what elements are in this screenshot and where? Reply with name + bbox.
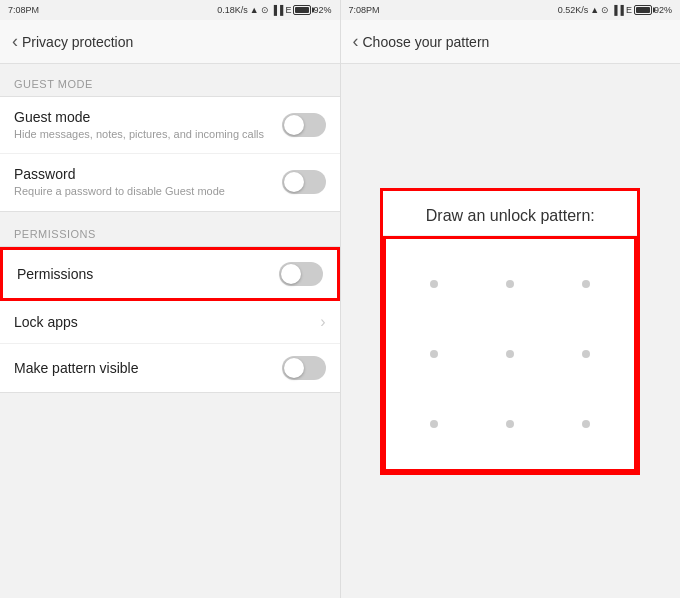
right-time: 7:08PM: [349, 5, 380, 15]
right-wifi-icon: ⊙: [601, 5, 609, 15]
left-time: 7:08PM: [8, 5, 39, 15]
left-content: GUEST MODE Guest mode Hide messages, not…: [0, 64, 340, 598]
left-status-icons: 0.18K/s ▲ ⊙ ▐▐ E 92%: [217, 5, 331, 15]
permissions-section-label: PERMISSIONS: [0, 214, 340, 246]
app-layout: 7:08PM 0.18K/s ▲ ⊙ ▐▐ E 92% 7:08PM 0.52K…: [0, 0, 680, 598]
right-bars-icon: ▐▐: [611, 5, 624, 15]
pattern-dot-3: [582, 280, 590, 288]
left-speed: 0.18K/s: [217, 5, 248, 15]
pattern-cell-2[interactable]: [472, 249, 548, 319]
permissions-toggle[interactable]: [279, 262, 323, 286]
permissions-item[interactable]: Permissions: [0, 247, 340, 301]
pattern-cell-9[interactable]: [548, 389, 624, 459]
right-status-bar: 7:08PM 0.52K/s ▲ ⊙ ▐▐ E 92%: [341, 0, 681, 20]
left-bars-icon: ▐▐: [271, 5, 284, 15]
lock-apps-text: Lock apps: [14, 314, 320, 330]
pattern-dot-5: [506, 350, 514, 358]
guest-mode-toggle-knob: [284, 115, 304, 135]
panels-wrapper: ‹ Privacy protection GUEST MODE Guest mo…: [0, 20, 680, 598]
make-pattern-toggle[interactable]: [282, 356, 326, 380]
guest-mode-desc: Hide messages, notes, pictures, and inco…: [14, 127, 282, 141]
permissions-title: Permissions: [17, 266, 279, 282]
password-desc: Require a password to disable Guest mode: [14, 184, 282, 198]
make-pattern-text: Make pattern visible: [14, 360, 282, 376]
pattern-cell-3[interactable]: [548, 249, 624, 319]
guest-mode-title: Guest mode: [14, 109, 282, 125]
pattern-dot-7: [430, 420, 438, 428]
guest-mode-item[interactable]: Guest mode Hide messages, notes, picture…: [0, 97, 340, 154]
left-back-arrow-icon: ‹: [12, 31, 18, 52]
left-wifi-icon: ⊙: [261, 5, 269, 15]
right-back-arrow-icon: ‹: [353, 31, 359, 52]
right-back-button[interactable]: ‹ Choose your pattern: [353, 31, 490, 52]
pattern-content: Draw an unlock pattern:: [341, 64, 681, 598]
left-e-icon: E: [285, 5, 291, 15]
lock-apps-chevron-icon: ›: [320, 313, 325, 331]
left-back-button[interactable]: ‹ Privacy protection: [12, 31, 133, 52]
pattern-grid: [396, 249, 624, 459]
guest-mode-toggle[interactable]: [282, 113, 326, 137]
left-header: ‹ Privacy protection: [0, 20, 340, 64]
right-speed: 0.52K/s: [558, 5, 589, 15]
right-header: ‹ Choose your pattern: [341, 20, 681, 64]
left-signal-icon: ▲: [250, 5, 259, 15]
pattern-dot-2: [506, 280, 514, 288]
pattern-dot-8: [506, 420, 514, 428]
make-pattern-item[interactable]: Make pattern visible: [0, 344, 340, 392]
status-bar-row: 7:08PM 0.18K/s ▲ ⊙ ▐▐ E 92% 7:08PM 0.52K…: [0, 0, 680, 20]
pattern-cell-1[interactable]: [396, 249, 472, 319]
password-toggle[interactable]: [282, 170, 326, 194]
pattern-dot-1: [430, 280, 438, 288]
lock-apps-item[interactable]: Lock apps ›: [0, 301, 340, 344]
pattern-dot-6: [582, 350, 590, 358]
pattern-cell-8[interactable]: [472, 389, 548, 459]
lock-apps-title: Lock apps: [14, 314, 320, 330]
pattern-dot-9: [582, 420, 590, 428]
right-status-icons: 0.52K/s ▲ ⊙ ▐▐ E 92%: [558, 5, 672, 15]
guest-mode-section-label: GUEST MODE: [0, 64, 340, 96]
password-title: Password: [14, 166, 282, 182]
left-battery-icon: [293, 5, 311, 15]
permissions-text: Permissions: [17, 266, 279, 282]
left-panel: ‹ Privacy protection GUEST MODE Guest mo…: [0, 20, 341, 598]
right-signal-icon: ▲: [590, 5, 599, 15]
right-battery-icon: [634, 5, 652, 15]
pattern-box: Draw an unlock pattern:: [380, 188, 640, 475]
left-battery-pct: 92%: [313, 5, 331, 15]
right-header-title: Choose your pattern: [363, 34, 490, 50]
left-header-title: Privacy protection: [22, 34, 133, 50]
pattern-cell-6[interactable]: [548, 319, 624, 389]
pattern-grid-wrapper[interactable]: [383, 236, 637, 472]
guest-mode-text: Guest mode Hide messages, notes, picture…: [14, 109, 282, 141]
right-panel: ‹ Choose your pattern Draw an unlock pat…: [341, 20, 681, 598]
right-battery-pct: 92%: [654, 5, 672, 15]
password-text: Password Require a password to disable G…: [14, 166, 282, 198]
permissions-toggle-knob: [281, 264, 301, 284]
permissions-group: Permissions Lock apps ›: [0, 246, 340, 393]
pattern-cell-4[interactable]: [396, 319, 472, 389]
password-item[interactable]: Password Require a password to disable G…: [0, 154, 340, 210]
make-pattern-title: Make pattern visible: [14, 360, 282, 376]
pattern-instruction: Draw an unlock pattern:: [383, 191, 637, 236]
guest-mode-group: Guest mode Hide messages, notes, picture…: [0, 96, 340, 212]
pattern-dot-4: [430, 350, 438, 358]
right-e-icon: E: [626, 5, 632, 15]
left-status-bar: 7:08PM 0.18K/s ▲ ⊙ ▐▐ E 92%: [0, 0, 341, 20]
pattern-cell-5[interactable]: [472, 319, 548, 389]
make-pattern-toggle-knob: [284, 358, 304, 378]
password-toggle-knob: [284, 172, 304, 192]
pattern-cell-7[interactable]: [396, 389, 472, 459]
